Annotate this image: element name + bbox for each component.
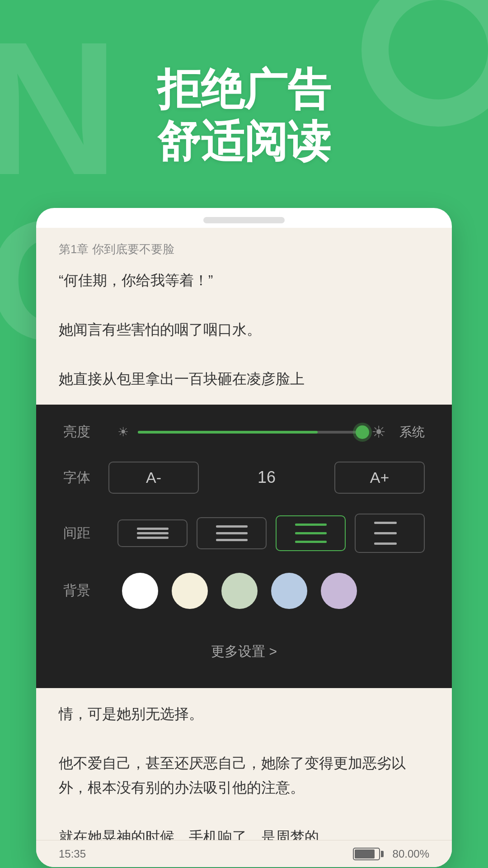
sun-icon-small: ☀ — [117, 425, 129, 439]
spacing-line — [374, 542, 397, 545]
bg-color-cream[interactable] — [172, 573, 208, 609]
spacing-line — [295, 532, 327, 534]
brightness-row: 亮度 ☀ ☀ 系统 — [63, 423, 425, 442]
spacing-line — [137, 532, 169, 534]
hero-title: 拒绝广告 舒适阅读 — [0, 63, 488, 167]
brightness-track[interactable] — [138, 431, 362, 434]
battery-tip — [381, 851, 384, 857]
spacing-line — [374, 532, 397, 534]
brightness-thumb[interactable] — [356, 425, 369, 439]
hero-section: 拒绝广告 舒适阅读 — [0, 63, 488, 167]
spacing-lines-2 — [216, 525, 248, 541]
reading-text-bottom: 情，可是她别无选择。 他不爱自己，甚至还厌恶自己，她除了变得更加恶劣以外，根本没… — [59, 702, 429, 849]
status-time: 15:35 — [59, 848, 86, 860]
phone-topbar — [36, 208, 452, 228]
brightness-label: 亮度 — [63, 423, 108, 441]
reading-text: “何佳期，你给我等着！” 她闻言有些害怕的咽了咽口水。 她直接从包里拿出一百块砸… — [59, 268, 429, 391]
spacing-label: 间距 — [63, 524, 108, 542]
bg-row: 背景 — [63, 573, 425, 609]
more-settings-section: 更多设置 > — [63, 629, 425, 665]
spacing-btn-3[interactable] — [276, 515, 346, 551]
more-settings-link[interactable]: 更多设置 > — [211, 644, 277, 659]
spacing-line — [216, 525, 248, 528]
status-battery: 80.00% — [353, 848, 429, 860]
phone-notch — [203, 217, 285, 223]
bg-label: 背景 — [63, 581, 108, 600]
bg-color-green[interactable] — [221, 573, 258, 609]
phone-mockup: 第1章 你到底要不要脸 “何佳期，你给我等着！” 她闻言有些害怕的咽了咽口水。 … — [36, 208, 452, 867]
spacing-line — [137, 537, 169, 539]
reading-content-bottom: 情，可是她别无选择。 他不爱自己，甚至还厌恶自己，她除了变得更加恶劣以外，根本没… — [36, 688, 452, 867]
spacing-lines-3 — [295, 524, 327, 543]
sun-icon-large: ☀ — [371, 423, 386, 442]
spacing-btn-2[interactable] — [197, 517, 267, 549]
spacing-btn-4[interactable] — [355, 514, 425, 553]
spacing-line — [137, 528, 169, 530]
battery-body — [353, 848, 380, 860]
spacing-row: 间距 — [63, 514, 425, 553]
spacing-line — [374, 522, 397, 524]
reading-content-top: 第1章 你到底要不要脸 “何佳期，你给我等着！” 她闻言有些害怕的咽了咽口水。 … — [36, 228, 452, 405]
spacing-line — [216, 532, 248, 534]
spacing-line — [295, 541, 327, 543]
spacing-lines-4 — [374, 522, 406, 545]
chapter-title: 第1章 你到底要不要脸 — [59, 241, 429, 257]
spacing-line — [216, 539, 248, 541]
settings-panel: 亮度 ☀ ☀ 系统 字体 A- 16 A+ 间距 — [36, 405, 452, 688]
bg-color-blue[interactable] — [271, 573, 307, 609]
spacing-line — [295, 524, 327, 526]
brightness-slider-wrap: ☀ ☀ — [117, 423, 386, 442]
spacing-lines-1 — [137, 528, 169, 539]
font-row: 字体 A- 16 A+ — [63, 462, 425, 494]
bg-color-white[interactable] — [122, 573, 158, 609]
font-increase-button[interactable]: A+ — [334, 462, 425, 494]
font-decrease-button[interactable]: A- — [108, 462, 199, 494]
battery-fill — [355, 849, 375, 859]
font-label: 字体 — [63, 468, 108, 487]
status-bar: 15:35 80.00% — [36, 840, 452, 867]
battery-bar — [353, 848, 384, 860]
bg-color-purple[interactable] — [321, 573, 357, 609]
status-percent: 80.00% — [393, 848, 429, 860]
sys-label: 系统 — [399, 424, 425, 441]
spacing-btn-1[interactable] — [117, 519, 188, 547]
font-size-value: 16 — [199, 468, 334, 487]
brightness-fill — [138, 431, 318, 434]
